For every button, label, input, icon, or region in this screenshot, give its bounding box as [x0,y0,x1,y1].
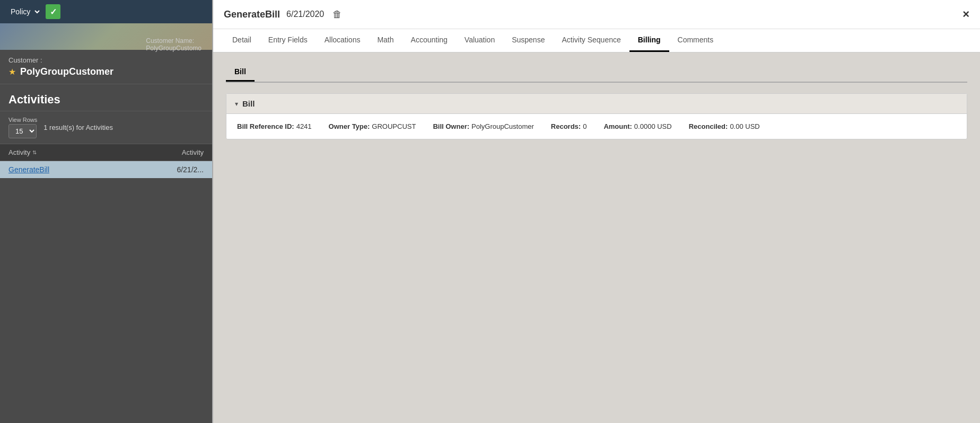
bill-field-value: 0 [583,122,587,130]
bill-field-value: PolyGroupCustomer [471,122,534,130]
tab-billing[interactable]: Billing [629,29,669,52]
tab-entry-fields[interactable]: Entry Fields [260,29,316,52]
customer-name-right: Customer Name: PolyGroupCustomo [146,37,202,52]
chevron-down-icon: ▾ [235,100,238,108]
view-rows-select[interactable]: 15 [8,124,37,138]
cell-date: 6/21/2... [151,165,204,174]
modal-date: 6/21/2020 [286,10,324,19]
bill-field-value: 4241 [296,122,312,130]
star-icon: ★ [8,67,16,77]
modal: GenerateBill 6/21/2020 🗑 × DetailEntry F… [212,0,980,423]
tab-suspense[interactable]: Suspense [503,29,553,52]
tab-activity-sequence[interactable]: Activity Sequence [553,29,629,52]
sidebar-green-button[interactable]: ✓ [46,4,60,19]
activities-title: Activities [0,84,212,111]
customer-label: Customer : [8,56,204,64]
tab-accounting[interactable]: Accounting [402,29,456,52]
bill-section: ▾ Bill Bill Reference ID: 4241Owner Type… [226,93,967,139]
tabs-bar: DetailEntry FieldsAllocationsMathAccount… [213,29,980,52]
bill-field-label: Records: [551,122,581,130]
customer-name-row: ★ PolyGroupCustomer [8,66,204,77]
policy-select[interactable]: Policy [6,5,41,19]
bill-field-label: Amount: [603,122,632,130]
sub-tab-bill[interactable]: Bill [226,63,255,82]
cell-activity[interactable]: GenerateBill [8,165,151,174]
sort-icon: ⇅ [32,149,37,155]
delete-icon[interactable]: 🗑 [332,9,342,20]
modal-content: Bill ▾ Bill Bill Reference ID: 4241Owner… [213,52,980,423]
col-date-header: Activity [151,148,204,156]
table-row[interactable]: GenerateBill 6/21/2... [0,161,212,178]
tab-math[interactable]: Math [369,29,402,52]
sidebar: Policy ✓ Customer : ★ PolyGroupCustomer … [0,0,212,423]
view-rows-label: View Rows [8,117,37,123]
tab-comments[interactable]: Comments [669,29,722,52]
customer-section: Customer : ★ PolyGroupCustomer Customer … [0,50,212,84]
tab-allocations[interactable]: Allocations [316,29,369,52]
bill-field-value: GROUPCUST [372,122,416,130]
results-text: 1 result(s) for Activities [43,124,113,131]
modal-header: GenerateBill 6/21/2020 🗑 × [213,0,980,29]
close-button[interactable]: × [962,7,969,21]
activities-table-header: Activity ⇅ Activity [0,144,212,161]
bill-field: Reconciled: 0.00 USD [689,122,760,130]
bill-details-row: Bill Reference ID: 4241Owner Type: GROUP… [226,114,967,139]
bill-field-label: Reconciled: [689,122,728,130]
bill-field: Records: 0 [551,122,587,130]
bill-field: Owner Type: GROUPCUST [329,122,416,130]
bill-section-header[interactable]: ▾ Bill [226,94,967,114]
bill-field-label: Owner Type: [329,122,370,130]
bill-field: Bill Owner: PolyGroupCustomer [433,122,533,130]
tab-detail[interactable]: Detail [224,29,260,52]
modal-title: GenerateBill [224,9,280,20]
bill-field-label: Bill Reference ID: [237,122,294,130]
bill-field: Amount: 0.0000 USD [603,122,671,130]
sub-tabs-bar: Bill [226,63,967,83]
tab-valuation[interactable]: Valuation [456,29,503,52]
bill-section-title: Bill [242,99,255,108]
bill-field-value: 0.0000 USD [634,122,672,130]
activities-toolbar: View Rows 15 1 result(s) for Activities [0,111,212,144]
customer-name: PolyGroupCustomer [20,66,113,77]
col-activity-header: Activity ⇅ [8,148,151,156]
bill-field-value: 0.00 USD [730,122,759,130]
bill-field: Bill Reference ID: 4241 [237,122,312,130]
bill-field-label: Bill Owner: [433,122,469,130]
sidebar-header: Policy ✓ [0,0,212,23]
